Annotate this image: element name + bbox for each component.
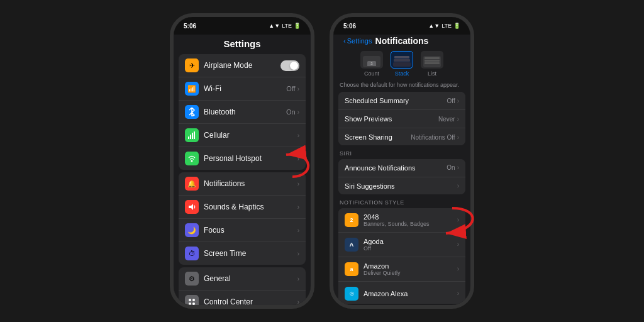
sounds-icon — [185, 200, 199, 214]
settings-cellular[interactable]: Cellular › — [179, 124, 306, 147]
chevron-icon: › — [297, 109, 299, 116]
notif-hint: Choose the default for how notifications… — [333, 80, 470, 91]
right-time: 5:06 — [343, 23, 356, 30]
left-screen: Settings ✈ Airplane Mode 📶 Wi-Fi Off › — [174, 35, 311, 305]
settings-notifications[interactable]: 🔔 Notifications › — [179, 172, 306, 196]
chevron-icon: › — [297, 250, 299, 257]
svg-rect-3 — [194, 131, 195, 139]
settings-airplane-mode[interactable]: ✈ Airplane Mode — [179, 54, 306, 77]
chevron-icon: › — [457, 265, 459, 272]
app-2048-label: 2048 Banners, Sounds, Badges — [364, 213, 457, 227]
settings-header: Settings — [174, 35, 311, 52]
notif-apps-section: 2 2048 Banners, Sounds, Badges › A Agoda… — [338, 208, 465, 304]
general-icon: ⚙ — [185, 272, 199, 286]
notif-main-section: Scheduled Summary Off › Show Previews Ne… — [338, 92, 465, 145]
left-status-right: ▲▼ LTE 🔋 — [269, 23, 301, 29]
airplane-toggle[interactable] — [280, 60, 299, 71]
style-list[interactable]: List — [421, 51, 443, 77]
back-button[interactable]: ‹ Settings — [343, 37, 372, 45]
chevron-icon: › — [457, 116, 459, 123]
style-stack[interactable]: Stack — [391, 51, 413, 77]
notif-title: Notifications — [375, 36, 429, 46]
cellular-icon — [185, 128, 199, 142]
app-agoda-icon: A — [345, 238, 358, 252]
style-count[interactable]: 3 Count — [360, 51, 383, 77]
siri-section-header: SIRI — [333, 147, 470, 158]
left-time: 5:06 — [184, 23, 196, 30]
settings-section-2: 🔔 Notifications › Sounds & Haptics › — [179, 172, 306, 265]
settings-section-3: ⚙ General › Contro — [179, 267, 306, 305]
app-amazon-alexa[interactable]: ◎ Amazon Alexa › — [338, 282, 465, 304]
svg-point-7 — [192, 299, 195, 301]
app-amazon-label: Amazon Deliver Quietly — [364, 262, 457, 276]
left-phone: 5:06 ▲▼ LTE 🔋 Settings ✈ Airplane Mode — [170, 13, 314, 309]
app-alexa-label: Amazon Alexa — [364, 290, 457, 297]
svg-point-8 — [189, 303, 191, 305]
right-phone: 5:06 ▲▼ LTE 🔋 ‹ Settings Notifications — [330, 13, 474, 309]
left-status-bar: 5:06 ▲▼ LTE 🔋 — [174, 17, 311, 35]
notif-style-selector: 3 Count Stack — [333, 47, 470, 80]
control-center-icon — [185, 295, 199, 305]
settings-bluetooth[interactable]: Bluetooth On › — [179, 101, 306, 124]
settings-focus[interactable]: 🌙 Focus › — [179, 219, 306, 242]
chevron-icon: › — [297, 180, 299, 187]
right-status-bar: 5:06 ▲▼ LTE 🔋 — [333, 17, 470, 35]
chevron-icon: › — [297, 299, 299, 306]
chevron-icon: › — [457, 182, 459, 189]
notif-scheduled-summary[interactable]: Scheduled Summary Off › — [338, 92, 465, 110]
bluetooth-icon — [185, 105, 199, 119]
svg-point-6 — [189, 299, 191, 301]
app-agoda[interactable]: A Agoda Off › — [338, 233, 465, 257]
chevron-icon: › — [457, 134, 459, 141]
chevron-icon: › — [297, 275, 299, 282]
settings-sounds[interactable]: Sounds & Haptics › — [179, 196, 306, 219]
svg-rect-0 — [188, 136, 189, 139]
app-alexa-icon: ◎ — [345, 287, 358, 301]
left-phone-body: 5:06 ▲▼ LTE 🔋 Settings ✈ Airplane Mode — [170, 13, 314, 309]
chevron-icon: › — [297, 132, 299, 139]
svg-point-9 — [192, 303, 195, 305]
app-agoda-label: Agoda Off — [364, 238, 457, 252]
settings-title: Settings — [184, 38, 301, 49]
app-2048-icon: 2 — [345, 213, 358, 227]
settings-section-1: ✈ Airplane Mode 📶 Wi-Fi Off › — [179, 54, 306, 170]
airplane-icon: ✈ — [185, 58, 199, 72]
chevron-icon: › — [297, 155, 299, 162]
right-status-right: ▲▼ LTE 🔋 — [428, 23, 460, 29]
settings-control-center[interactable]: Control Center › — [179, 291, 306, 305]
notif-screen-sharing[interactable]: Screen Sharing Notifications Off › — [338, 128, 465, 145]
right-phone-body: 5:06 ▲▼ LTE 🔋 ‹ Settings Notifications — [330, 13, 474, 309]
settings-screentime[interactable]: ⏱ Screen Time › — [179, 242, 306, 265]
siri-announce-notif[interactable]: Announce Notifications On › — [338, 159, 465, 177]
notifications-icon: 🔔 — [185, 177, 199, 191]
svg-marker-5 — [189, 204, 193, 210]
chevron-icon: › — [297, 204, 299, 211]
svg-rect-1 — [190, 135, 191, 139]
app-amazon-icon: a — [345, 262, 358, 276]
wifi-icon: 📶 — [185, 82, 199, 96]
notif-style-header: NOTIFICATION STYLE — [333, 196, 470, 207]
screentime-icon: ⏱ — [185, 247, 199, 260]
svg-point-4 — [191, 160, 193, 162]
app-amazon[interactable]: a Amazon Deliver Quietly › — [338, 257, 465, 282]
chevron-icon: › — [457, 241, 459, 248]
notif-show-previews[interactable]: Show Previews Never › — [338, 110, 465, 128]
chevron-icon: › — [297, 86, 299, 92]
right-screen: ‹ Settings Notifications 3 Count — [333, 35, 470, 305]
chevron-icon: › — [297, 227, 299, 234]
settings-general[interactable]: ⚙ General › — [179, 267, 306, 291]
svg-rect-2 — [192, 133, 193, 139]
chevron-icon: › — [457, 97, 459, 104]
app-2048[interactable]: 2 2048 Banners, Sounds, Badges › — [338, 208, 465, 233]
chevron-icon: › — [457, 164, 459, 171]
hotspot-icon — [185, 152, 199, 165]
settings-list: ✈ Airplane Mode 📶 Wi-Fi Off › — [174, 52, 311, 305]
siri-suggestions[interactable]: Siri Suggestions › — [338, 177, 465, 194]
settings-wifi[interactable]: 📶 Wi-Fi Off › — [179, 77, 306, 101]
siri-section: Announce Notifications On › Siri Suggest… — [338, 159, 465, 194]
settings-hotspot[interactable]: Personal Hotspot › — [179, 147, 306, 170]
chevron-icon: › — [457, 216, 459, 223]
focus-icon: 🌙 — [185, 223, 199, 237]
notif-header: ‹ Settings Notifications — [333, 35, 470, 47]
chevron-icon: › — [457, 290, 459, 297]
